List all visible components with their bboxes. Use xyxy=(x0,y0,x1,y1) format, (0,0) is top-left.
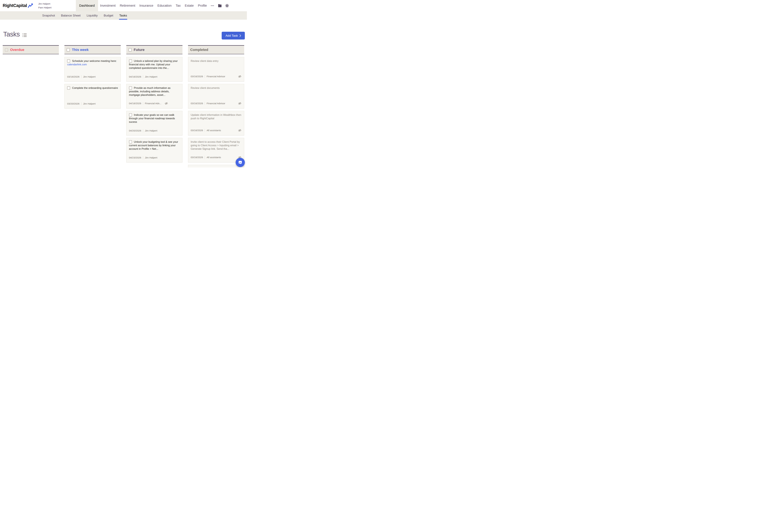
task-footer: 04/16/2026 Jim Halpert xyxy=(129,75,180,78)
this-week-select-all-checkbox[interactable] xyxy=(67,48,70,52)
dashboard-subnav: Snapshot Balance Sheet Liquidity Budget … xyxy=(0,11,247,20)
nav-tab-profile[interactable]: Profile xyxy=(196,0,209,11)
nav-tab-investment[interactable]: Investment xyxy=(98,0,118,11)
task-card[interactable]: Indicate your goals so we can walk throu… xyxy=(126,111,183,136)
folder-icon[interactable] xyxy=(216,4,223,7)
task-assignee: Jim Halpert xyxy=(145,129,157,132)
subnav-liquidity-label: Liquidity xyxy=(87,14,98,17)
task-title: Invite client to access their Client Por… xyxy=(191,140,242,151)
gear-icon[interactable] xyxy=(223,4,231,8)
main-nav: Dashboard Investment Retirement Insuranc… xyxy=(76,0,231,11)
nav-tab-estate[interactable]: Estate xyxy=(183,0,196,11)
task-title: Indicate your goals so we can walk throu… xyxy=(129,113,180,124)
task-due-date: 03/16/2026 xyxy=(67,75,80,78)
task-assignee: All assistants xyxy=(206,156,221,159)
task-card-completed[interactable]: Update client information in Wealthbox t… xyxy=(188,111,244,136)
column-this-week: This week Schedule your welcome meeting … xyxy=(64,45,120,168)
task-card[interactable]: Unlock a tailored plan by sharing your f… xyxy=(126,57,183,82)
column-future: Future Unlock a tailored plan by sharing… xyxy=(126,45,183,168)
future-select-all-checkbox[interactable] xyxy=(129,48,132,52)
task-title: Review client data entry xyxy=(191,59,242,63)
nav-tab-tax[interactable]: Tax xyxy=(174,0,183,11)
task-checkbox[interactable] xyxy=(129,113,132,117)
add-task-button[interactable]: Add Task xyxy=(222,32,245,39)
client-name-2: Pam Halpert xyxy=(38,6,51,9)
more-menu-icon[interactable]: ••• xyxy=(209,4,216,7)
add-task-label: Add Task xyxy=(225,34,238,37)
task-card-completed[interactable]: Review client documents 03/16/2026 Finan… xyxy=(188,84,244,109)
task-due-date: 03/16/2026 xyxy=(191,102,203,105)
task-due-date: 03/16/2026 xyxy=(191,156,203,159)
rightcapital-app: RightCapital Jim Halpert Pam Halpert Das… xyxy=(0,0,247,168)
rightcapital-logo[interactable]: RightCapital xyxy=(3,3,33,8)
column-this-week-title: This week xyxy=(72,48,88,52)
top-nav: RightCapital Jim Halpert Pam Halpert Das… xyxy=(0,0,247,11)
task-due-date: 04/16/2026 xyxy=(129,75,141,78)
subnav-tasks[interactable]: Tasks xyxy=(119,11,127,20)
task-card[interactable]: Schedule your welcome meeting here: cale… xyxy=(64,57,120,82)
task-checkbox[interactable] xyxy=(129,140,132,144)
task-due-date: 03/20/2026 xyxy=(67,102,80,105)
nav-tab-retirement[interactable]: Retirement xyxy=(118,0,137,11)
nav-tab-insurance[interactable]: Insurance xyxy=(137,0,155,11)
column-completed: Completed Review client data entry 03/16… xyxy=(188,45,244,168)
chat-launcher-button[interactable] xyxy=(235,158,245,167)
task-title-text: Complete the onboarding questionnaire xyxy=(72,86,118,89)
task-assignee: Jim Halpert xyxy=(83,75,95,78)
task-checkbox[interactable] xyxy=(67,59,70,63)
task-due-date: 04/16/2026 xyxy=(129,102,141,105)
task-card-completed[interactable]: Review client data entry 03/16/2026 Fina… xyxy=(188,57,244,82)
task-due-date: 04/20/2026 xyxy=(129,129,141,132)
subnav-balance-sheet[interactable]: Balance Sheet xyxy=(61,11,81,20)
task-list-view-icon[interactable] xyxy=(22,33,27,38)
task-card[interactable]: Unlock your budgeting tool & see your cu… xyxy=(126,138,183,162)
task-card-partial[interactable] xyxy=(188,165,244,168)
task-checkbox[interactable] xyxy=(129,86,132,90)
task-title: Complete the onboarding questionnaire xyxy=(67,86,118,90)
column-this-week-header: This week xyxy=(64,45,120,54)
task-title: Unlock your budgeting tool & see your cu… xyxy=(129,140,180,151)
this-week-cards: Schedule your welcome meeting here: cale… xyxy=(64,57,120,109)
task-footer: 03/20/2026 Jim Halpert xyxy=(67,102,118,105)
logo-text: RightCapital xyxy=(3,3,27,8)
chevron-right-icon xyxy=(240,34,241,37)
column-completed-header: Completed xyxy=(188,45,244,54)
task-card-completed[interactable]: Invite client to access their Client Por… xyxy=(188,138,244,162)
client-selector[interactable]: Jim Halpert Pam Halpert xyxy=(38,2,51,9)
column-overdue-title: Overdue xyxy=(10,48,24,52)
column-overdue: Overdue xyxy=(3,45,59,168)
task-title-text: Indicate your goals so we can walk throu… xyxy=(129,113,175,123)
subnav-budget-label: Budget xyxy=(104,14,113,17)
task-footer: 04/23/2026 Jim Halpert xyxy=(129,156,180,159)
task-footer: 03/16/2026 Jim Halpert xyxy=(67,75,118,78)
nav-extras: ••• xyxy=(209,0,231,11)
subnav-balance-sheet-label: Balance Sheet xyxy=(61,14,81,17)
overdue-select-all-checkbox[interactable] xyxy=(5,48,8,52)
subnav-budget[interactable]: Budget xyxy=(104,11,113,20)
task-card[interactable]: Provide as much information as possible,… xyxy=(126,84,183,109)
task-due-date: 03/16/2026 xyxy=(191,75,203,78)
column-completed-title: Completed xyxy=(190,48,208,52)
task-assignee: Jim Halpert xyxy=(83,102,95,105)
hidden-from-client-icon xyxy=(238,75,242,78)
subnav-liquidity[interactable]: Liquidity xyxy=(87,11,98,20)
hidden-from-client-icon xyxy=(165,102,168,105)
task-checkbox[interactable] xyxy=(129,59,132,63)
nav-tab-education[interactable]: Education xyxy=(155,0,174,11)
task-assignee: Financial Advisor xyxy=(206,102,225,105)
task-checkbox[interactable] xyxy=(67,86,70,90)
column-future-header: Future xyxy=(126,45,183,54)
client-name-1: Jim Halpert xyxy=(38,2,51,5)
task-assignee: Financial Adv... xyxy=(145,102,161,105)
column-overdue-header: Overdue xyxy=(3,45,59,54)
task-footer: 04/20/2026 Jim Halpert xyxy=(129,129,180,132)
task-card[interactable]: Complete the onboarding questionnaire 03… xyxy=(64,84,120,109)
subnav-snapshot[interactable]: Snapshot xyxy=(42,11,55,20)
page-title: Tasks xyxy=(3,30,20,38)
future-cards: Unlock a tailored plan by sharing your f… xyxy=(126,57,183,162)
task-title: Unlock a tailored plan by sharing your f… xyxy=(129,59,180,70)
task-footer: 03/16/2026 All assistants xyxy=(191,129,242,132)
nav-tab-dashboard[interactable]: Dashboard xyxy=(76,0,98,11)
task-title: Schedule your welcome meeting here: cale… xyxy=(67,59,118,66)
task-link[interactable]: calendarlink.com xyxy=(67,63,87,66)
